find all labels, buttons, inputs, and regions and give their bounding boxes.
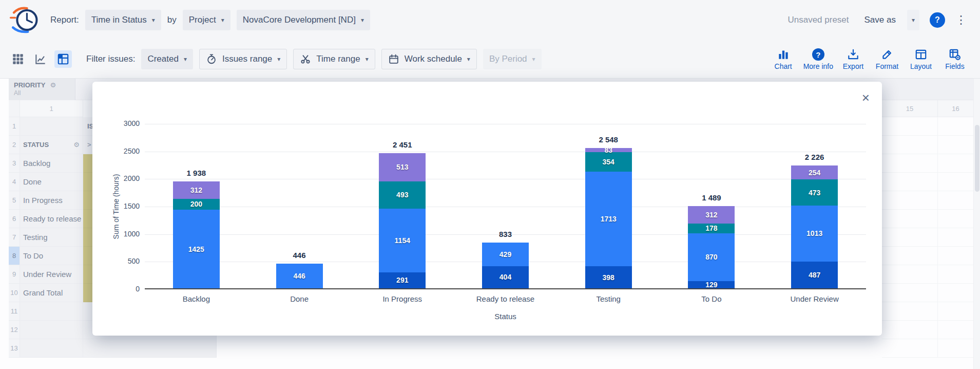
bar-segment[interactable]: 513	[379, 153, 426, 181]
status-cell[interactable]	[20, 302, 83, 321]
toolbar-action-layout[interactable]: Layout	[905, 47, 937, 71]
toolbar-action-more-info[interactable]: ? More info	[801, 47, 835, 71]
bar-segment[interactable]: 291	[379, 272, 426, 288]
row-number[interactable]: 5	[9, 191, 20, 210]
bar-segment[interactable]: 398	[585, 266, 632, 288]
toolbar-action-fields[interactable]: Fields	[939, 47, 971, 71]
toolbar-action-export[interactable]: Export	[837, 47, 869, 71]
data-cell[interactable]	[882, 339, 938, 358]
data-cell[interactable]	[938, 191, 973, 210]
line-chart-view-button[interactable]	[32, 50, 49, 68]
time-range-dropdown[interactable]: Time range ▾	[293, 49, 375, 69]
more-menu-button[interactable]: ⋮	[951, 11, 971, 29]
bar-segment[interactable]: 254	[791, 165, 838, 179]
data-cell[interactable]	[938, 154, 973, 173]
data-cell[interactable]	[938, 247, 973, 265]
data-cell[interactable]	[882, 210, 938, 228]
row-number[interactable]: 1	[9, 117, 20, 136]
bar-segment[interactable]: 312	[688, 206, 735, 223]
status-cell[interactable]: Grand Total	[20, 284, 83, 302]
row-number[interactable]: 3	[9, 154, 20, 173]
status-cell[interactable]: In Progress	[20, 191, 83, 210]
bar-segment[interactable]: 1425	[173, 210, 220, 288]
status-cell[interactable]: To Do	[20, 247, 83, 265]
status-cell[interactable]	[20, 117, 83, 136]
issues-range-dropdown[interactable]: Issues range ▾	[199, 49, 287, 69]
save-as-menu-button[interactable]: ▾	[907, 10, 919, 30]
scrollbar-thumb[interactable]	[975, 125, 979, 192]
row-number[interactable]: 12	[9, 321, 20, 339]
pivot-view-button[interactable]	[54, 50, 72, 68]
help-button[interactable]: ?	[930, 12, 945, 28]
data-cell[interactable]	[938, 210, 973, 228]
data-cell[interactable]	[938, 339, 973, 358]
data-cell[interactable]	[938, 284, 973, 302]
row-number[interactable]: 4	[9, 173, 20, 191]
bar-segment[interactable]: 129	[688, 281, 735, 288]
row-number[interactable]: 13	[9, 339, 20, 358]
data-cell[interactable]	[938, 173, 973, 191]
bar-segment[interactable]: 493	[379, 181, 426, 209]
bar-segment[interactable]: 487	[791, 262, 838, 288]
grid-view-button[interactable]	[9, 50, 27, 68]
data-cell[interactable]	[882, 154, 938, 173]
status-cell[interactable]	[20, 321, 83, 339]
row-number[interactable]: 7	[9, 228, 20, 247]
data-cell[interactable]	[882, 302, 938, 321]
bar-segment[interactable]: 1154	[379, 209, 426, 272]
row-number[interactable]: 11	[9, 302, 20, 321]
data-cell[interactable]	[882, 191, 938, 210]
data-cell[interactable]	[938, 228, 973, 247]
row-number[interactable]: 9	[9, 265, 20, 284]
bar-segment[interactable]: 404	[482, 266, 529, 288]
expander-icon[interactable]: >	[87, 141, 91, 149]
data-cell[interactable]	[938, 117, 973, 136]
data-cell[interactable]	[882, 284, 938, 302]
project-dropdown[interactable]: NovaCore Development [ND] ▾	[237, 10, 370, 30]
gear-icon[interactable]: ⚙	[73, 141, 80, 149]
data-cell[interactable]	[882, 136, 938, 154]
bar-segment[interactable]: 200	[173, 199, 220, 210]
save-as-button[interactable]: Save as	[859, 10, 901, 30]
bar-segment[interactable]: 429	[482, 243, 529, 266]
data-cell[interactable]	[882, 173, 938, 191]
data-cell[interactable]	[882, 228, 938, 247]
bar-segment[interactable]: 870	[688, 233, 735, 281]
row-number[interactable]: 6	[9, 210, 20, 228]
bar-segment[interactable]: 1713	[585, 172, 632, 266]
bar-segment[interactable]: 1013	[791, 206, 838, 262]
vertical-scrollbar[interactable]	[973, 79, 980, 369]
bar-segment[interactable]: 178	[688, 224, 735, 233]
status-cell[interactable]: Under Review	[20, 265, 83, 284]
data-cell[interactable]	[83, 339, 217, 358]
filter-issues-dropdown[interactable]: Created ▾	[141, 49, 193, 69]
status-cell[interactable]: Testing	[20, 228, 83, 247]
data-cell[interactable]	[938, 321, 973, 339]
bar-segment[interactable]: 312	[173, 181, 220, 198]
status-cell[interactable]: Done	[20, 173, 83, 191]
status-cell[interactable]: Backlog	[20, 154, 83, 173]
group-by-dropdown[interactable]: Project ▾	[183, 10, 230, 30]
toolbar-action-format[interactable]: Format	[871, 47, 903, 71]
row-number[interactable]: 8	[9, 247, 20, 265]
status-cell[interactable]	[20, 339, 83, 358]
data-cell[interactable]	[938, 136, 973, 154]
row-number[interactable]: 2	[9, 136, 20, 154]
bar-segment[interactable]: 446	[276, 264, 323, 288]
status-cell[interactable]: Ready to release	[20, 210, 83, 228]
data-cell[interactable]	[882, 247, 938, 265]
work-schedule-dropdown[interactable]: Work schedule ▾	[381, 49, 477, 69]
data-cell[interactable]	[938, 265, 973, 284]
close-icon[interactable]: ×	[862, 91, 870, 104]
toolbar-action-chart[interactable]: Chart	[767, 47, 799, 71]
row-number[interactable]: 10	[9, 284, 20, 302]
data-cell[interactable]	[882, 321, 938, 339]
report-type-dropdown[interactable]: Time in Status ▾	[85, 10, 161, 30]
status-cell[interactable]: STATUS⚙	[20, 136, 83, 154]
bar-segment[interactable]: 354	[585, 152, 632, 172]
bar-segment[interactable]: 83	[585, 148, 632, 153]
bar-segment[interactable]: 473	[791, 179, 838, 206]
data-cell[interactable]	[938, 302, 973, 321]
data-cell[interactable]	[882, 117, 938, 136]
data-cell[interactable]	[882, 265, 938, 284]
